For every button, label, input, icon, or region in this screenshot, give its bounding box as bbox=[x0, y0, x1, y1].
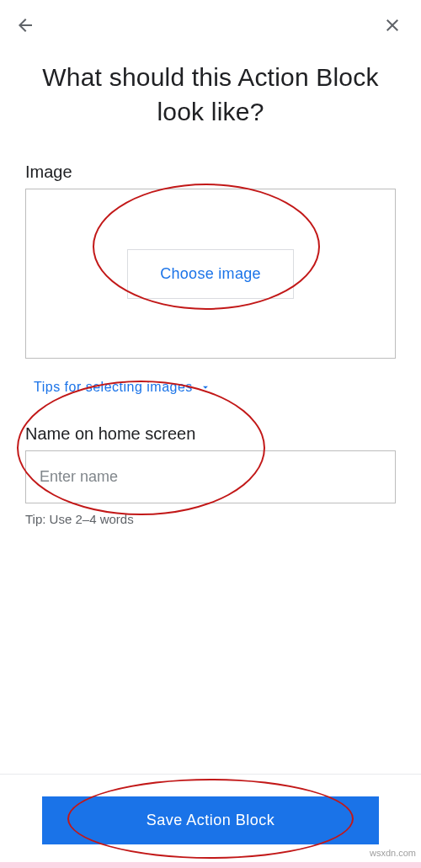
image-preview-box: Choose image bbox=[25, 189, 396, 359]
name-input[interactable] bbox=[25, 450, 396, 503]
choose-image-button[interactable]: Choose image bbox=[127, 249, 294, 299]
back-button[interactable] bbox=[15, 15, 35, 35]
name-tip-text: Tip: Use 2–4 words bbox=[25, 512, 396, 526]
save-action-block-button[interactable]: Save Action Block bbox=[42, 796, 379, 844]
tips-for-images-link[interactable]: Tips for selecting images bbox=[34, 380, 396, 395]
tips-link-label: Tips for selecting images bbox=[34, 380, 193, 395]
page-title: What should this Action Block look like? bbox=[0, 44, 421, 162]
close-button[interactable] bbox=[382, 15, 402, 35]
footer: Save Action Block bbox=[0, 774, 421, 868]
image-section-label: Image bbox=[25, 162, 396, 182]
bottom-accent-strip bbox=[0, 862, 421, 868]
name-section-label: Name on home screen bbox=[25, 424, 396, 444]
watermark: wsxdn.com bbox=[370, 848, 416, 858]
chevron-down-icon bbox=[200, 381, 211, 393]
